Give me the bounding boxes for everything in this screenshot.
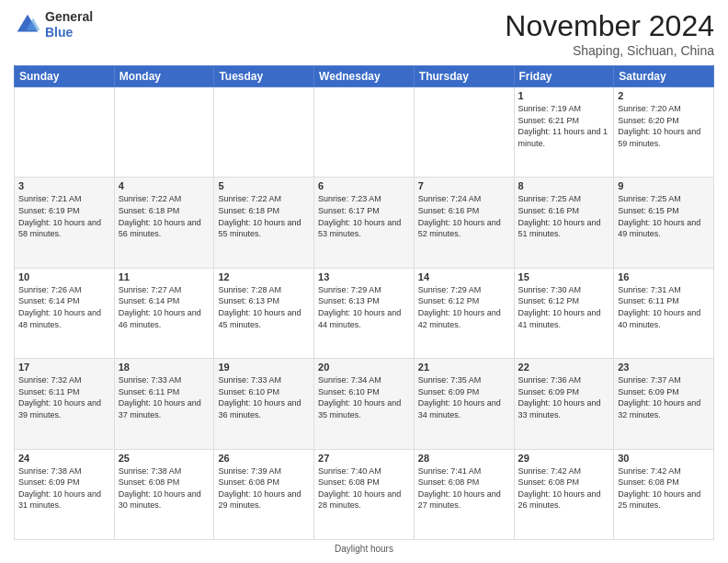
calendar-week-row: 17Sunrise: 7:32 AM Sunset: 6:11 PM Dayli… [15,359,714,449]
calendar-week-row: 24Sunrise: 7:38 AM Sunset: 6:09 PM Dayli… [15,449,714,539]
day-number: 13 [318,271,410,282]
calendar-cell: 24Sunrise: 7:38 AM Sunset: 6:09 PM Dayli… [15,449,115,539]
page: General Blue November 2024 Shaping, Sich… [0,0,728,563]
day-info: Sunrise: 7:22 AM Sunset: 6:18 PM Dayligh… [218,193,310,239]
logo-icon [14,11,41,39]
calendar-cell: 28Sunrise: 7:41 AM Sunset: 6:08 PM Dayli… [414,449,514,539]
day-number: 19 [218,362,310,373]
day-number: 30 [618,453,710,464]
day-number: 9 [618,180,710,191]
day-number: 5 [218,180,310,191]
calendar-cell: 13Sunrise: 7:29 AM Sunset: 6:13 PM Dayli… [314,268,415,358]
day-info: Sunrise: 7:42 AM Sunset: 6:08 PM Dayligh… [618,465,710,511]
day-info: Sunrise: 7:28 AM Sunset: 6:13 PM Dayligh… [218,284,310,330]
calendar-cell: 1Sunrise: 7:19 AM Sunset: 6:21 PM Daylig… [514,87,614,178]
title-block: November 2024 Shaping, Sichuan, China [505,9,714,58]
day-info: Sunrise: 7:32 AM Sunset: 6:11 PM Dayligh… [18,374,110,420]
day-info: Sunrise: 7:38 AM Sunset: 6:09 PM Dayligh… [18,465,110,511]
calendar-week-row: 3Sunrise: 7:21 AM Sunset: 6:19 PM Daylig… [15,178,714,268]
day-info: Sunrise: 7:36 AM Sunset: 6:09 PM Dayligh… [518,374,610,420]
calendar-day-header: Monday [114,66,214,87]
calendar-cell: 30Sunrise: 7:42 AM Sunset: 6:08 PM Dayli… [614,449,714,539]
day-number: 25 [119,453,210,464]
calendar-cell: 7Sunrise: 7:24 AM Sunset: 6:16 PM Daylig… [414,178,514,268]
day-info: Sunrise: 7:20 AM Sunset: 6:20 PM Dayligh… [618,103,710,149]
day-number: 1 [518,90,610,101]
calendar-cell: 11Sunrise: 7:27 AM Sunset: 6:14 PM Dayli… [114,268,214,358]
calendar-day-header: Wednesday [314,66,415,87]
day-number: 22 [518,362,610,373]
logo-blue: Blue [45,25,93,40]
day-info: Sunrise: 7:33 AM Sunset: 6:11 PM Dayligh… [119,374,210,420]
calendar-week-row: 10Sunrise: 7:26 AM Sunset: 6:14 PM Dayli… [15,268,714,358]
day-number: 16 [618,271,710,282]
day-number: 6 [318,180,410,191]
day-number: 8 [518,180,610,191]
calendar-cell: 14Sunrise: 7:29 AM Sunset: 6:12 PM Dayli… [414,268,514,358]
day-info: Sunrise: 7:40 AM Sunset: 6:08 PM Dayligh… [318,465,410,511]
day-number: 26 [218,453,310,464]
day-info: Sunrise: 7:41 AM Sunset: 6:08 PM Dayligh… [418,465,510,511]
calendar-cell [15,87,115,178]
day-info: Sunrise: 7:22 AM Sunset: 6:18 PM Dayligh… [119,193,210,239]
calendar-week-row: 1Sunrise: 7:19 AM Sunset: 6:21 PM Daylig… [15,87,714,178]
day-info: Sunrise: 7:25 AM Sunset: 6:15 PM Dayligh… [618,193,710,239]
calendar-cell: 6Sunrise: 7:23 AM Sunset: 6:17 PM Daylig… [314,178,415,268]
day-number: 24 [18,453,110,464]
day-number: 29 [518,453,610,464]
calendar-cell: 19Sunrise: 7:33 AM Sunset: 6:10 PM Dayli… [214,359,314,449]
day-info: Sunrise: 7:33 AM Sunset: 6:10 PM Dayligh… [218,374,310,420]
day-number: 20 [318,362,410,373]
day-number: 10 [18,271,110,282]
day-number: 14 [418,271,510,282]
logo-general: General [45,9,93,25]
calendar-cell: 17Sunrise: 7:32 AM Sunset: 6:11 PM Dayli… [15,359,115,449]
day-info: Sunrise: 7:26 AM Sunset: 6:14 PM Dayligh… [18,284,110,330]
day-number: 7 [418,180,510,191]
day-info: Sunrise: 7:29 AM Sunset: 6:12 PM Dayligh… [418,284,510,330]
calendar-cell: 2Sunrise: 7:20 AM Sunset: 6:20 PM Daylig… [614,87,714,178]
calendar-cell: 8Sunrise: 7:25 AM Sunset: 6:16 PM Daylig… [514,178,614,268]
calendar-cell: 3Sunrise: 7:21 AM Sunset: 6:19 PM Daylig… [15,178,115,268]
day-info: Sunrise: 7:30 AM Sunset: 6:12 PM Dayligh… [518,284,610,330]
day-info: Sunrise: 7:29 AM Sunset: 6:13 PM Dayligh… [318,284,410,330]
month-title: November 2024 [505,9,714,43]
calendar-day-header: Tuesday [214,66,314,87]
day-info: Sunrise: 7:27 AM Sunset: 6:14 PM Dayligh… [119,284,210,330]
calendar-cell: 5Sunrise: 7:22 AM Sunset: 6:18 PM Daylig… [214,178,314,268]
calendar-cell [414,87,514,178]
day-info: Sunrise: 7:42 AM Sunset: 6:08 PM Dayligh… [518,465,610,511]
calendar-cell: 25Sunrise: 7:38 AM Sunset: 6:08 PM Dayli… [114,449,214,539]
calendar-cell: 21Sunrise: 7:35 AM Sunset: 6:09 PM Dayli… [414,359,514,449]
day-info: Sunrise: 7:37 AM Sunset: 6:09 PM Dayligh… [618,374,710,420]
day-info: Sunrise: 7:24 AM Sunset: 6:16 PM Dayligh… [418,193,510,239]
calendar-cell: 23Sunrise: 7:37 AM Sunset: 6:09 PM Dayli… [614,359,714,449]
day-number: 12 [218,271,310,282]
day-number: 17 [18,362,110,373]
calendar-cell: 15Sunrise: 7:30 AM Sunset: 6:12 PM Dayli… [514,268,614,358]
footer-text: Daylight hours [335,544,393,554]
day-number: 21 [418,362,510,373]
calendar-cell: 18Sunrise: 7:33 AM Sunset: 6:11 PM Dayli… [114,359,214,449]
footer-note: Daylight hours [14,544,714,554]
calendar-cell [214,87,314,178]
calendar-cell: 9Sunrise: 7:25 AM Sunset: 6:15 PM Daylig… [614,178,714,268]
day-info: Sunrise: 7:38 AM Sunset: 6:08 PM Dayligh… [119,465,210,511]
calendar-cell: 10Sunrise: 7:26 AM Sunset: 6:14 PM Dayli… [15,268,115,358]
day-number: 15 [518,271,610,282]
calendar-table: SundayMondayTuesdayWednesdayThursdayFrid… [14,65,714,540]
day-info: Sunrise: 7:25 AM Sunset: 6:16 PM Dayligh… [518,193,610,239]
day-info: Sunrise: 7:34 AM Sunset: 6:10 PM Dayligh… [318,374,410,420]
calendar-day-header: Thursday [414,66,514,87]
logo-text: General Blue [45,9,93,40]
day-number: 18 [119,362,210,373]
calendar-header-row: SundayMondayTuesdayWednesdayThursdayFrid… [15,66,714,87]
calendar-cell: 29Sunrise: 7:42 AM Sunset: 6:08 PM Dayli… [514,449,614,539]
calendar-cell: 26Sunrise: 7:39 AM Sunset: 6:08 PM Dayli… [214,449,314,539]
calendar-cell [114,87,214,178]
day-info: Sunrise: 7:23 AM Sunset: 6:17 PM Dayligh… [318,193,410,239]
day-number: 3 [18,180,110,191]
day-number: 28 [418,453,510,464]
logo: General Blue [14,9,93,40]
day-number: 2 [618,90,710,101]
